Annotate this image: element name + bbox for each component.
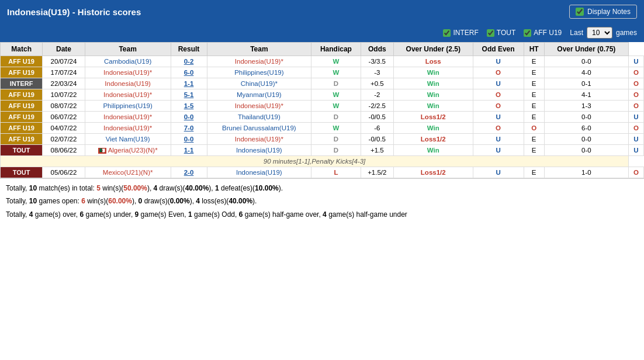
result-link[interactable]: 5-1 <box>184 91 194 98</box>
team1-link[interactable]: Indonesia(U19)* <box>103 91 152 98</box>
team1-cell: Philippines(U19) <box>85 101 171 112</box>
date-cell: 04/07/22 <box>43 123 85 134</box>
team1-link[interactable]: Indonesia(U19)* <box>103 113 152 120</box>
team2-link[interactable]: Indonesia(U19) <box>236 169 282 176</box>
team1-cell: Viet Nam(U19) <box>85 134 171 145</box>
result-link[interactable]: 2-0 <box>184 169 194 176</box>
ht-cell: 0-0 <box>544 145 628 156</box>
team1-link[interactable]: Indonesia(U19)* <box>103 124 152 131</box>
note-row: 90 minutes[1-1],Penalty Kicks[4-3] <box>1 156 644 167</box>
result-cell[interactable]: 6-0 <box>171 67 207 78</box>
team1-link[interactable]: Cambodia(U19) <box>104 58 151 65</box>
team2-link[interactable]: Indonesia(U19)* <box>235 136 283 143</box>
ou25-cell: O <box>473 123 524 134</box>
match-type-cell: AFF U19 <box>1 101 43 112</box>
col-result: Result <box>171 43 207 56</box>
result-cell[interactable]: 0-0 <box>171 134 207 145</box>
handicap-cell: -0/0.5 <box>361 134 393 145</box>
team2-cell: Indonesia(U19) <box>207 145 311 156</box>
summary-defeats: 1 <box>215 184 219 192</box>
match-type-cell: AFF U19 <box>1 134 43 145</box>
summary-open-total: 10 <box>29 197 37 205</box>
result-link[interactable]: 1-1 <box>184 147 194 154</box>
result-link[interactable]: 6-0 <box>184 69 194 76</box>
summary-defeats-pct: 10.00% <box>255 184 279 192</box>
ou25-cell: U <box>473 134 524 145</box>
result-link[interactable]: 0-0 <box>184 136 194 143</box>
team1-link[interactable]: Indonesia(U19) <box>105 80 151 87</box>
team2-link[interactable]: Myanmar(U19) <box>237 91 282 98</box>
col-ou25: Over Under (2.5) <box>393 43 473 56</box>
ou25-cell: O <box>473 67 524 78</box>
ou075-cell: U <box>628 112 643 123</box>
summary-line2: Totally, 10 games open: 6 win(s)(60.00%)… <box>6 195 638 207</box>
table-row: AFF U1917/07/24Indonesia(U19)*6-0Philipp… <box>1 67 644 78</box>
wdl-cell: W <box>311 123 361 134</box>
date-cell: 08/06/22 <box>43 145 85 156</box>
result-cell[interactable]: 2-0 <box>171 167 207 178</box>
result-link[interactable]: 7-0 <box>184 124 194 131</box>
result-cell[interactable]: 1-5 <box>171 101 207 112</box>
col-odds: Odds <box>361 43 393 56</box>
result-cell[interactable]: 0-0 <box>171 112 207 123</box>
result-cell[interactable]: 1-1 <box>171 145 207 156</box>
table-row: AFF U1906/07/22Indonesia(U19)*0-0Thailan… <box>1 112 644 123</box>
odds-cell: Win <box>393 67 473 78</box>
team2-link[interactable]: Indonesia(U19)* <box>235 58 283 65</box>
odd-even-cell: E <box>524 134 544 145</box>
summary-open-draws-pct: 0.00% <box>170 197 190 205</box>
table-row: AFF U1902/07/22Viet Nam(U19)0-0Indonesia… <box>1 134 644 145</box>
ht-cell: 1-3 <box>544 101 628 112</box>
result-link[interactable]: 0-2 <box>184 58 194 65</box>
team1-link[interactable]: Viet Nam(U19) <box>106 136 150 143</box>
result-link[interactable]: 1-1 <box>184 80 194 87</box>
display-notes-toggle[interactable]: Display Notes <box>569 5 637 19</box>
summary-line3: Totally, 4 game(s) over, 6 game(s) under… <box>6 209 638 220</box>
ou075-cell: U <box>628 145 643 156</box>
team1-link[interactable]: Philippines(U19) <box>103 102 152 109</box>
ht-cell: 4-0 <box>544 67 628 78</box>
team1-cell: Indonesia(U19)* <box>85 67 171 78</box>
filter-aff-u19[interactable]: AFF U19 <box>524 29 562 37</box>
ht-cell: 1-0 <box>544 167 628 178</box>
date-cell: 02/07/22 <box>43 134 85 145</box>
team2-link[interactable]: Brunei Darussalam(U19) <box>222 124 296 131</box>
result-cell[interactable]: 5-1 <box>171 89 207 101</box>
table-header-row: Match Date Team Result Team Handicap Odd… <box>1 43 644 56</box>
interf-checkbox[interactable] <box>443 29 451 37</box>
filter-interf[interactable]: INTERF <box>443 29 478 37</box>
ht-cell: 6-0 <box>544 123 628 134</box>
result-cell[interactable]: 1-1 <box>171 78 207 89</box>
team1-link[interactable]: Indonesia(U19)* <box>103 69 152 76</box>
summary-total-matches: 10 <box>29 184 37 192</box>
ou25-cell: U <box>473 167 524 178</box>
summary-open-wins-pct: 60.00% <box>108 197 132 205</box>
result-link[interactable]: 1-5 <box>184 102 194 109</box>
last-games-selector[interactable]: Last 5 10 15 20 games <box>570 27 637 39</box>
odds-cell: Loss1/2 <box>393 112 473 123</box>
aff-u19-checkbox[interactable] <box>524 29 531 37</box>
ht-cell: 0-0 <box>544 134 628 145</box>
team2-link[interactable]: Indonesia(U19)* <box>235 102 283 109</box>
date-cell: 22/03/24 <box>43 78 85 89</box>
team1-cell: Indonesia(U19)* <box>85 123 171 134</box>
wdl-cell: W <box>311 89 361 101</box>
team2-link[interactable]: China(U19)* <box>241 80 278 87</box>
team1-cell: Mexico(U21)(N)* <box>85 167 171 178</box>
result-cell[interactable]: 7-0 <box>171 123 207 134</box>
tout-checkbox[interactable] <box>487 29 494 37</box>
display-notes-checkbox[interactable] <box>576 8 584 16</box>
last-games-select[interactable]: 5 10 15 20 <box>587 27 612 39</box>
result-link[interactable]: 0-0 <box>184 113 194 120</box>
wdl-cell: L <box>311 167 361 178</box>
team2-link[interactable]: Philippines(U19) <box>234 69 283 76</box>
date-cell: 17/07/24 <box>43 67 85 78</box>
filter-tout[interactable]: TOUT <box>487 29 515 37</box>
team1-link[interactable]: Mexico(U21)(N)* <box>103 169 153 176</box>
team2-link[interactable]: Indonesia(U19) <box>236 147 282 154</box>
team2-link[interactable]: Thailand(U19) <box>238 113 281 120</box>
ou075-cell: O <box>628 167 643 178</box>
result-cell[interactable]: 0-2 <box>171 56 207 67</box>
team2-cell: China(U19)* <box>207 78 311 89</box>
team1-link[interactable]: 🇩🇿Algeria(U23)(N)* <box>98 147 158 154</box>
